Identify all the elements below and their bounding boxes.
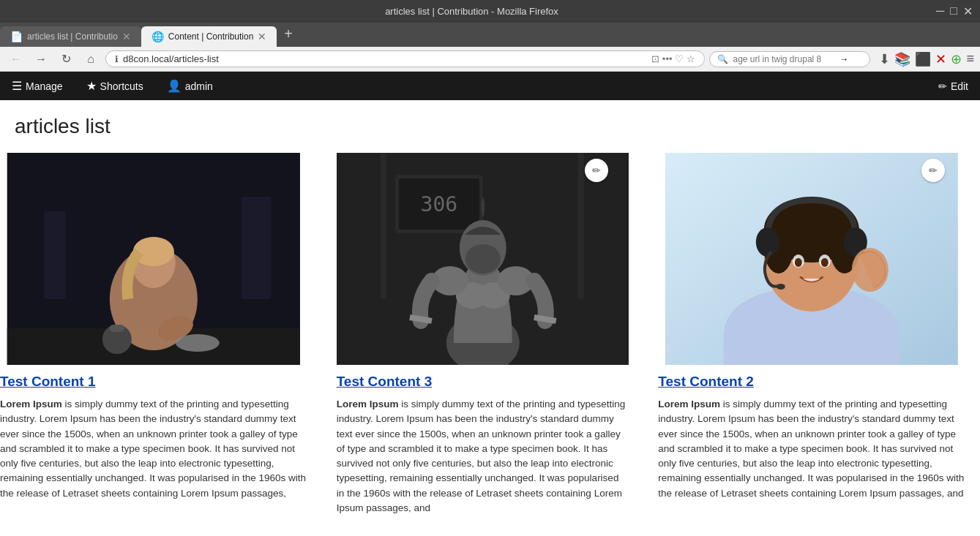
- article-title-3[interactable]: Test Content 2: [658, 374, 965, 390]
- tab-close-2[interactable]: ✕: [258, 31, 266, 42]
- svg-point-39: [756, 227, 779, 257]
- tab-articles-list[interactable]: 📄 articles list | Contributio ✕: [0, 26, 141, 47]
- browser-toolbar-icons: ⬇ 📚 ⬛ ✕ ⊕: [879, 51, 962, 67]
- url-bar[interactable]: ℹ d8con.local/articles-list ⊡ ••• ♡ ☆: [105, 50, 705, 67]
- tab-title-1: articles list | Contributio: [27, 31, 118, 42]
- more-icon[interactable]: •••: [662, 53, 673, 64]
- forward-button[interactable]: →: [31, 53, 51, 66]
- hamburger-menu[interactable]: ≡: [966, 51, 974, 67]
- edit-label: Edit: [951, 80, 968, 92]
- shortcuts-menu-item[interactable]: ★ Shortcuts: [75, 72, 155, 100]
- title-bar: articles list | Contribution - Mozilla F…: [0, 0, 980, 23]
- article-card-2: 306: [322, 153, 644, 530]
- svg-line-25: [534, 317, 556, 321]
- article-image-2: 306: [337, 153, 629, 365]
- address-bar: ← → ↻ ⌂ ℹ d8con.local/articles-list ⊡ ••…: [0, 47, 980, 72]
- article-card-1: Test Content 1 Lorem Ipsum is simply dum…: [0, 153, 322, 530]
- article-body-2: Lorem Ipsum is simply dummy text of the …: [337, 397, 629, 516]
- back-button[interactable]: ←: [6, 53, 26, 66]
- article-body-bold-2: Lorem Ipsum: [337, 399, 399, 409]
- search-input[interactable]: [733, 54, 835, 64]
- shortcuts-label: Shortcuts: [100, 80, 143, 92]
- article-image-1: [0, 153, 307, 365]
- article-card-3: ✏ Test Content 2 Lorem Ipsum is simply d…: [643, 153, 965, 530]
- article-body-3: Lorem Ipsum is simply dummy text of the …: [658, 397, 965, 501]
- star-icon: ★: [86, 79, 97, 93]
- search-bar[interactable]: 🔍 →: [709, 51, 870, 67]
- svg-point-27: [465, 244, 501, 273]
- reader-icon[interactable]: ⊡: [651, 53, 659, 64]
- admin-label: admin: [185, 80, 213, 92]
- url-text: d8con.local/articles-list: [123, 53, 647, 64]
- pencil-icon: ✏: [938, 80, 947, 92]
- article-body-text-3: is simply dummy text of the printing and…: [658, 399, 964, 499]
- svg-rect-14: [381, 153, 386, 299]
- tab-bar: 📄 articles list | Contributio ✕ 🌐 Conten…: [0, 23, 980, 47]
- tab-close-1[interactable]: ✕: [122, 31, 131, 42]
- window-controls[interactable]: ─ □ ✕: [936, 4, 973, 18]
- maximize-button[interactable]: □: [950, 4, 957, 18]
- secure-icon: ℹ: [115, 54, 119, 64]
- article-image-svg-1: [0, 153, 307, 365]
- tab-favicon-2: 🌐: [152, 31, 164, 42]
- article-image-svg-2: 306: [337, 153, 629, 365]
- star-icon[interactable]: ☆: [687, 53, 695, 64]
- article-image-3: ✏: [658, 153, 965, 365]
- svg-rect-15: [577, 153, 583, 299]
- admin-toolbar: ☰ Manage ★ Shortcuts 👤 admin ✏ Edit: [0, 72, 980, 100]
- svg-rect-2: [44, 211, 66, 299]
- article-body-text-2: is simply dummy text of the printing and…: [337, 399, 626, 513]
- browser-title: articles list | Contribution - Mozilla F…: [7, 6, 936, 17]
- article-body-text-1: is simply dummy text of the printing and…: [0, 399, 306, 499]
- article-body-1: Lorem Ipsum is simply dummy text of the …: [0, 397, 307, 501]
- svg-text:306: 306: [420, 192, 457, 216]
- admin-menu-item[interactable]: 👤 admin: [155, 72, 225, 100]
- tab-content[interactable]: 🌐 Content | Contribution ✕: [141, 26, 277, 47]
- article-body-bold-1: Lorem Ipsum: [0, 399, 62, 409]
- page-title: articles list: [0, 115, 965, 138]
- extension-icon[interactable]: ✕: [935, 51, 946, 67]
- search-arrow-icon[interactable]: →: [839, 54, 848, 64]
- svg-point-37: [795, 258, 802, 267]
- manage-label: Manage: [26, 80, 63, 92]
- tab-title-2: Content | Contribution: [168, 31, 254, 42]
- page-content: articles list: [0, 100, 980, 536]
- new-tab-button[interactable]: +: [277, 26, 300, 47]
- minimize-button[interactable]: ─: [936, 4, 944, 18]
- browser-chrome: articles list | Contribution - Mozilla F…: [0, 0, 980, 72]
- manage-icon: ☰: [12, 79, 22, 93]
- home-button[interactable]: ⌂: [81, 53, 101, 66]
- svg-line-24: [410, 317, 432, 321]
- user-icon: 👤: [167, 79, 182, 93]
- svg-point-11: [176, 334, 220, 352]
- url-bar-icons: ⊡ ••• ♡ ☆: [651, 53, 696, 64]
- pocket-icon[interactable]: ♡: [675, 53, 684, 64]
- svg-rect-9: [110, 325, 124, 332]
- search-icon: 🔍: [717, 54, 728, 64]
- svg-point-41: [777, 284, 785, 290]
- svg-rect-3: [242, 197, 271, 299]
- close-button[interactable]: ✕: [963, 4, 973, 18]
- vpn-icon[interactable]: ⊕: [951, 51, 962, 67]
- tablet-icon[interactable]: ⬛: [915, 51, 931, 67]
- refresh-button[interactable]: ↻: [56, 52, 76, 66]
- download-icon[interactable]: ⬇: [879, 51, 890, 67]
- article-image-svg-3: [658, 153, 965, 365]
- articles-grid: Test Content 1 Lorem Ipsum is simply dum…: [0, 153, 965, 530]
- library-icon[interactable]: 📚: [894, 51, 910, 67]
- manage-menu-item[interactable]: ☰ Manage: [0, 72, 75, 100]
- svg-point-7: [133, 237, 174, 266]
- svg-point-38: [821, 258, 828, 267]
- tab-favicon-1: 📄: [10, 31, 23, 42]
- article-body-bold-3: Lorem Ipsum: [658, 399, 720, 409]
- article-title-2[interactable]: Test Content 3: [337, 374, 629, 390]
- edit-button[interactable]: ✏ Edit: [927, 72, 980, 100]
- edit-pencil-button-3[interactable]: ✏: [921, 159, 945, 182]
- article-title-1[interactable]: Test Content 1: [0, 374, 307, 390]
